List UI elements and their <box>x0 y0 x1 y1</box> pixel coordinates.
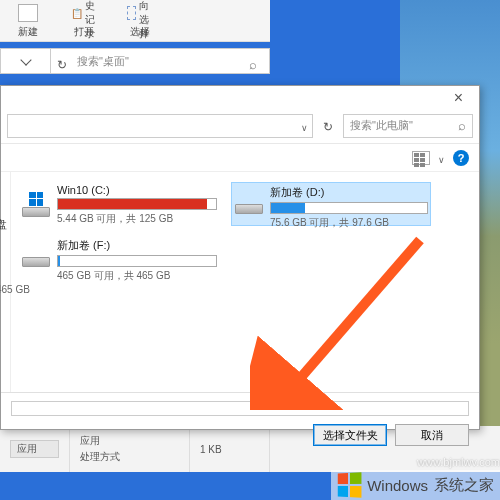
history-icon: 📋历史记录 <box>71 3 97 23</box>
watermark-url: www.bjmlwv.com <box>417 456 500 468</box>
ribbon-new[interactable]: 新建 <box>0 0 56 41</box>
watermark: Windows 系统之家 <box>331 470 500 500</box>
refresh-icon[interactable] <box>319 117 337 135</box>
ribbon-open-label: 打开 <box>74 25 94 39</box>
search-icon[interactable] <box>249 55 261 67</box>
folder-name-input[interactable] <box>11 401 469 416</box>
address-bar[interactable] <box>7 114 313 138</box>
dialog-nav-bar: 搜索"此电脑" <box>1 108 479 144</box>
select-folder-button[interactable]: 选择文件夹 <box>313 424 387 446</box>
ribbon-select-label: 选择 <box>130 25 150 39</box>
drive-icon <box>21 242 51 274</box>
path-dropdown[interactable] <box>1 49 51 73</box>
drive-os-icon <box>21 188 51 220</box>
usage-bar <box>58 199 207 209</box>
usage-bar <box>271 203 305 213</box>
drive-c[interactable]: Win10 (C:) 5.44 GB 可用，共 125 GB <box>19 182 219 226</box>
help-icon[interactable]: ? <box>453 150 469 166</box>
close-button[interactable]: × <box>446 89 471 107</box>
explorer-address-search: 搜索"桌面" <box>0 48 270 74</box>
usage-bar <box>58 256 60 266</box>
search-this-pc-input[interactable]: 搜索"此电脑" <box>343 114 473 138</box>
new-icon <box>18 4 38 22</box>
search-icon <box>458 118 466 133</box>
ribbon-open-group[interactable]: 📋历史记录 打开 <box>56 0 112 41</box>
invert-select-icon: 反向选择 <box>127 3 153 23</box>
chevron-down-icon[interactable] <box>301 117 308 135</box>
drives-pane: Win10 (C:) 5.44 GB 可用，共 125 GB 新加卷 (D:) … <box>11 172 479 392</box>
windows-logo-icon <box>338 472 362 497</box>
ribbon-new-label: 新建 <box>18 25 38 39</box>
ribbon-select-group[interactable]: 反向选择 选择 <box>112 0 168 41</box>
refresh-icon[interactable] <box>57 55 69 67</box>
ribbon-toolbar: 新建 📋历史记录 打开 反向选择 选择 <box>0 0 270 42</box>
drive-icon <box>234 189 264 221</box>
drive-f[interactable]: 新加卷 (F:) 465 GB 可用，共 465 GB <box>19 236 219 280</box>
search-desktop-input[interactable]: 搜索"桌面" <box>69 54 249 69</box>
folder-picker-dialog: × 搜索"此电脑" ? 盘 465 GB Win10 (C <box>0 85 480 430</box>
dialog-bottom: 选择文件夹 取消 <box>1 392 479 450</box>
drive-d[interactable]: 新加卷 (D:) 75.6 GB 可用，共 97.6 GB <box>231 182 431 226</box>
chevron-down-icon <box>20 54 31 65</box>
chevron-down-icon[interactable] <box>438 149 445 167</box>
cancel-button[interactable]: 取消 <box>395 424 469 446</box>
dialog-toolbar: ? <box>1 144 479 172</box>
view-options-icon[interactable] <box>412 151 430 165</box>
sidebar-fragment: 盘 465 GB <box>1 172 11 392</box>
